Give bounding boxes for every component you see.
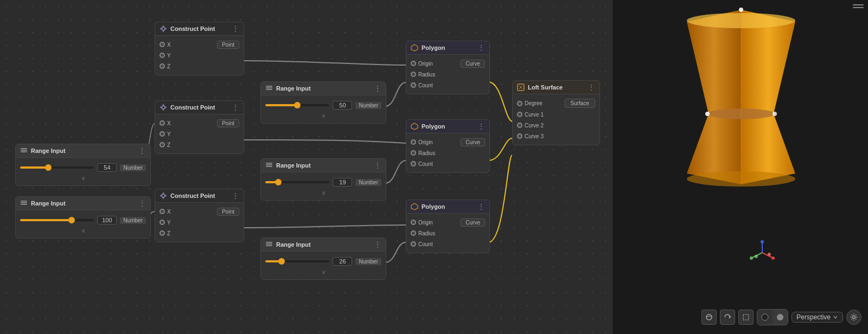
expand-left-2[interactable]: ∨ [16, 227, 150, 235]
perspective-selector[interactable]: Perspective [792, 312, 843, 323]
range-type-2: Number [355, 179, 381, 186]
socket-x-2[interactable] [159, 120, 165, 126]
range-input-2-title: Range Input [276, 162, 311, 169]
svg-line-47 [762, 253, 773, 258]
range-input-2-header: Range Input ⋮ [261, 159, 386, 172]
range-type-left-1: Number [120, 164, 146, 171]
range-slider-2[interactable] [265, 181, 329, 183]
label-y-3: Y [167, 220, 171, 226]
orbit-icon [705, 313, 713, 321]
socket-radius-2[interactable] [411, 150, 416, 156]
construct-point-3: Construct Point ⋮ X Point Y [155, 189, 244, 242]
point-output-1[interactable]: Point [217, 41, 239, 49]
range-input-left-1-menu[interactable]: ⋮ [138, 147, 146, 155]
range-input-3-title: Range Input [276, 241, 311, 248]
curve-output-1[interactable]: Curve [461, 60, 485, 68]
polygon-2-menu[interactable]: ⋮ [477, 123, 485, 130]
range-value-3[interactable]: 26 [333, 257, 352, 266]
curve-output-2[interactable]: Curve [461, 138, 485, 146]
label-count-1: Count [418, 82, 433, 88]
range-value-left-1[interactable]: 54 [97, 163, 117, 172]
polygon-3-header: Polygon ⋮ [406, 200, 489, 214]
construct-point-1-menu[interactable]: ⋮ [232, 25, 239, 33]
socket-origin-2[interactable] [411, 139, 416, 145]
socket-origin-1[interactable] [411, 61, 416, 66]
socket-y-2[interactable] [159, 131, 165, 137]
surface-output[interactable]: Surface [565, 99, 595, 108]
point-output-2[interactable]: Point [217, 119, 239, 127]
socket-origin-3[interactable] [411, 220, 416, 225]
socket-y-1[interactable] [159, 53, 165, 58]
range-input-3-header: Range Input ⋮ [261, 238, 386, 252]
svg-rect-27 [266, 243, 272, 245]
range-input-1-menu[interactable]: ⋮ [374, 85, 381, 92]
loft-surface-menu[interactable]: ⋮ [588, 84, 595, 91]
polygon-3-menu[interactable]: ⋮ [477, 203, 485, 210]
range-value-left-2[interactable]: 100 [97, 216, 117, 224]
range-value-1[interactable]: 50 [333, 101, 352, 110]
svg-marker-31 [411, 123, 418, 130]
loft-surface-header: Loft Surface ⋮ [513, 81, 599, 94]
socket-z-1[interactable] [159, 63, 165, 69]
label-curve3: Curve 3 [525, 133, 544, 139]
socket-degree[interactable] [517, 101, 522, 106]
curve-output-3[interactable]: Curve [461, 219, 485, 227]
range-value-2[interactable]: 19 [333, 178, 352, 187]
expand-1[interactable]: ∨ [261, 112, 386, 120]
viewport-hamburger[interactable] [853, 4, 864, 8]
range-slider-left-2[interactable] [20, 219, 94, 221]
construct-point-3-menu[interactable]: ⋮ [232, 192, 239, 200]
range-slider-3[interactable] [265, 260, 329, 262]
expand-3[interactable]: ∨ [261, 268, 386, 276]
point-output-3[interactable]: Point [217, 208, 239, 216]
socket-curve3[interactable] [517, 133, 522, 139]
socket-z-3[interactable] [159, 230, 165, 236]
socket-count-2[interactable] [411, 161, 416, 166]
socket-radius-1[interactable] [411, 72, 416, 77]
svg-point-16 [162, 194, 165, 197]
svg-rect-56 [743, 314, 749, 320]
refresh-btn[interactable] [720, 310, 735, 325]
expand-2[interactable]: ∨ [261, 189, 386, 197]
wireframe-btn[interactable] [757, 310, 773, 325]
expand-left-1[interactable]: ∨ [16, 174, 150, 182]
construct-point-1: Construct Point ⋮ X Point Y [155, 22, 244, 75]
svg-rect-1 [21, 151, 27, 152]
svg-point-59 [853, 316, 856, 319]
fit-btn[interactable] [738, 310, 754, 325]
socket-count-3[interactable] [411, 241, 416, 247]
range-input-2-menu[interactable]: ⋮ [374, 162, 381, 169]
polygon-1-header: Polygon ⋮ [406, 41, 489, 55]
range-input-3-menu[interactable]: ⋮ [374, 241, 381, 248]
socket-x-3[interactable] [159, 209, 165, 214]
construct-point-2: Construct Point ⋮ X Point Y [155, 100, 244, 154]
socket-z-2[interactable] [159, 142, 165, 147]
range-input-left-2-menu[interactable]: ⋮ [138, 200, 146, 207]
socket-curve2[interactable] [517, 123, 522, 128]
socket-count-1[interactable] [411, 82, 416, 88]
orbit-btn[interactable] [701, 310, 717, 325]
solid-btn[interactable] [773, 310, 788, 325]
socket-x-1[interactable] [159, 42, 165, 47]
svg-rect-0 [21, 150, 27, 151]
socket-curve1[interactable] [517, 112, 522, 117]
polygon-1-menu[interactable]: ⋮ [477, 44, 485, 52]
construct-point-2-title: Construct Point [170, 104, 215, 111]
polygon-3-title: Polygon [422, 203, 445, 210]
socket-y-3[interactable] [159, 220, 165, 225]
range-slider-left-1[interactable] [20, 166, 94, 169]
socket-radius-3[interactable] [411, 230, 416, 236]
label-curve2: Curve 2 [525, 123, 544, 129]
node-canvas[interactable]: Range Input ⋮ 54 Number ∨ [0, 0, 613, 334]
range-slider-1[interactable] [265, 104, 329, 106]
range-icon-ri-2 [265, 162, 273, 169]
range-input-1-header: Range Input ⋮ [261, 82, 386, 95]
svg-point-45 [705, 112, 710, 116]
polygon-3: Polygon ⋮ Origin Curve Radius [406, 200, 490, 253]
svg-rect-23 [266, 86, 272, 87]
construct-point-2-menu[interactable]: ⋮ [232, 104, 239, 111]
hamburger-line-2 [853, 7, 864, 8]
label-x-1: X [167, 42, 171, 48]
settings-btn[interactable] [846, 310, 861, 325]
hamburger-line-1 [853, 4, 864, 5]
